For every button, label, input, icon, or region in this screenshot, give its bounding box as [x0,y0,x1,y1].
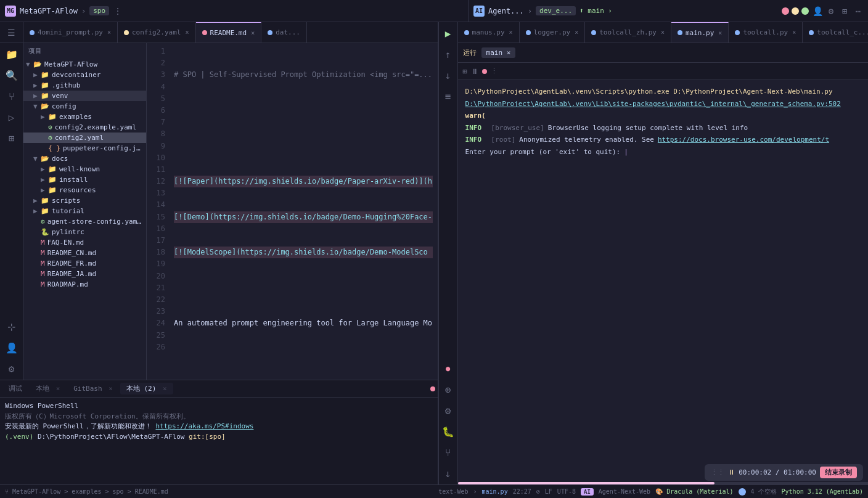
tab-toolcall[interactable]: toolcall.py × [729,22,803,43]
left-sidebar-toggle[interactable]: ☰ [7,28,15,38]
tab-close-4omini[interactable]: × [107,29,111,36]
tab-manus[interactable]: manus.py × [458,22,520,43]
timer-stop-btn[interactable]: 结束录制 [820,467,857,478]
tree-venv[interactable]: ▶ 📁 venv [23,91,146,101]
tab-main-py[interactable]: main.py × [671,22,729,43]
tree-examples[interactable]: ▶ 📁 examples [23,112,146,122]
tree-config2[interactable]: ▶ ⚙ config2.yaml [23,133,146,143]
tree-roadmap[interactable]: ▶ M ROADMAP.md [23,279,146,290]
main-layout: ☰ 4omini_prompt.py × config2.yaml × READ… [0,22,868,484]
tree-config[interactable]: ▼ 📂 config [23,101,146,112]
tab-icon-toolcall-zh [591,30,596,35]
run-output: D:\PythonProject\AgentLab\.venv\Scripts\… [458,80,868,482]
right-branch-badge[interactable]: dev_e... [536,6,576,15]
run-telemetry-link[interactable]: https://docs.browser-use.com/development… [658,134,829,145]
tab-toolcall-zh[interactable]: toolcall_zh.py × [585,22,671,43]
right-git2[interactable]: ⑂ [440,444,457,461]
user-icon[interactable]: 👤 [813,6,822,16]
run-info-text-2: Anonymized telemetry enabled. See [519,134,654,145]
tab-logger[interactable]: logger.py × [520,22,586,43]
tab-close-manus[interactable]: × [509,29,513,36]
ps-update-link[interactable]: https://aka.ms/PS#indows [155,422,253,430]
run-scrollbar[interactable] [458,482,868,484]
tree-tutorial[interactable]: ▶ 📁 tutorial [23,206,146,216]
left-branch-badge[interactable]: spo [89,6,109,15]
status-utf8: UTF-8 [557,488,576,495]
right-nav-down[interactable]: ↓ [440,67,457,84]
tree-install[interactable]: ▶ 📁 install [23,174,146,185]
github-arrow: ▶ [33,81,41,89]
terminal-content[interactable]: Windows PowerShell 版权所有（C）Microsoft Corp… [0,398,438,484]
tab-toolcall-c[interactable]: toolcall_c... ⤢ [803,22,868,43]
extensions-icon[interactable]: ⊞ [840,6,850,16]
tab-close-readme[interactable]: × [251,30,255,36]
right-nav-up[interactable]: ↑ [440,46,457,63]
tree-puppeteer[interactable]: ▶ { } puppeteer-config.json [23,143,146,153]
tab-icon-toolcall-c [809,30,814,35]
status-error-icon: ⊘ [536,488,540,495]
run-tab-main[interactable]: main × [481,47,516,58]
activity-extensions[interactable]: ⊞ [3,129,20,147]
activity-settings[interactable]: ⚙ [3,360,20,377]
menu-icon[interactable]: ⋮ [113,6,123,16]
tree-docs[interactable]: ▼ 📂 docs [23,153,146,164]
term-close-gitbash[interactable]: × [108,385,113,393]
tree-scripts[interactable]: ▶ 📁 scripts [23,195,146,206]
right-wrap-icon[interactable]: ≡ [440,88,457,105]
activity-remote[interactable]: ⊹ [3,318,20,335]
tab-readme[interactable]: README.md × [196,22,262,43]
tree-readme-cn[interactable]: ▶ M README_CN.md [23,248,146,258]
tree-pylintrc[interactable]: ▶ 🐍 pylintrc [23,227,146,237]
tree-root[interactable]: ▼ 📂 MetaGPT-AFlow [23,59,146,70]
activity-debug[interactable]: ▷ [3,108,20,126]
activity-account[interactable]: 👤 [3,339,20,356]
tab-close-main[interactable]: × [718,30,722,36]
right-bottom[interactable]: ↓ [440,465,457,482]
run-step-icon[interactable]: ⊞ [463,67,467,76]
run-stop-indicator [482,69,487,74]
tab-dat[interactable]: dat... [261,22,307,43]
activity-search[interactable]: 🔍 [3,67,20,84]
term-tab-local[interactable]: 本地 × [30,383,66,394]
tab-close-toolcall[interactable]: × [792,29,796,36]
install-icon: 📁 [48,176,57,184]
run-pause-icon[interactable]: ⏸ [471,67,478,76]
run-action-icon[interactable]: ⋮ [491,67,497,75]
maximize-window-btn[interactable] [801,7,809,15]
settings-icon[interactable]: ⚙ [826,6,836,16]
term-close-local2[interactable]: × [163,385,167,393]
term-close-local[interactable]: × [56,385,60,393]
tab-4omini[interactable]: 4omini_prompt.py × [23,22,118,43]
tree-well-known[interactable]: ▶ 📁 well-known [23,164,146,174]
more-icon[interactable]: ⋯ [853,6,863,16]
run-line-prompt: Enter your prompt (or 'exit' to quit): | [465,147,868,158]
tree-agent-store[interactable]: ▶ ⚙ agent-store-config.yaml.example [23,216,146,227]
term-tab-debug[interactable]: 调试 [2,383,28,394]
tree-readme-ja[interactable]: ▶ M README_JA.md [23,269,146,279]
close-window-btn[interactable] [782,7,789,15]
timer-pause-icon[interactable]: ⏸ [728,468,735,476]
timer-display: 00:00:02 / 01:00:00 [739,468,816,476]
activity-git[interactable]: ⑂ [3,88,20,105]
run-pydantic-link[interactable]: D:\PythonProject\AgentLab\.venv\Lib\site… [465,99,841,110]
tab-close-logger[interactable]: × [575,29,578,36]
activity-explorer[interactable]: 📁 [3,46,20,63]
tab-config2[interactable]: config2.yaml × [118,22,196,43]
tab-close-config2[interactable]: × [185,29,189,36]
right-run-icon[interactable]: ▶ [440,25,457,42]
right-settings2[interactable]: ⚙ [440,402,457,419]
tree-faq-en[interactable]: ▶ M FAQ-EN.md [23,237,146,248]
status-lang: Python 3.12 (AgentLab) [782,488,863,495]
merge-icon[interactable]: ⬆ main › [579,7,612,15]
tree-readme-fr[interactable]: ▶ M README_FR.md [23,258,146,269]
tree-config2-example[interactable]: ▶ ⚙ config2.example.yaml [23,122,146,133]
right-debug2[interactable]: 🐛 [440,423,457,440]
tree-devcontainer[interactable]: ▶ 📁 devcontainer [23,70,146,80]
term-tab-local2[interactable]: 本地 (2) × [120,383,173,394]
tab-close-toolcall-zh[interactable]: × [661,29,665,36]
tree-github[interactable]: ▶ 📁 .github [23,80,146,91]
minimize-window-btn[interactable] [792,7,799,15]
tree-resources[interactable]: ▶ 📁 resources [23,185,146,195]
right-layers[interactable]: ⊕ [440,381,457,398]
term-tab-gitbash[interactable]: GitBash × [67,383,119,394]
